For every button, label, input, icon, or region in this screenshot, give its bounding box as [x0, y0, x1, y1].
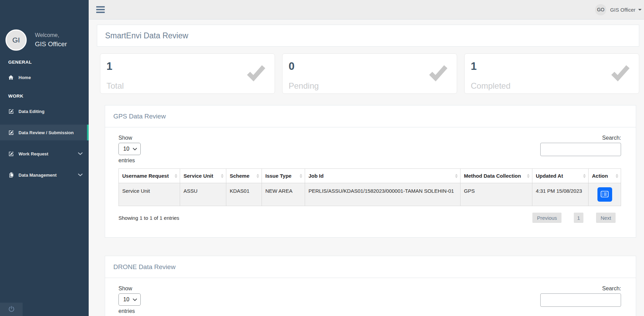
gps-data-table: Username Request Service Unit Scheme Iss… [118, 168, 621, 206]
drone-review-panel: DRONE Data Review Show 10 entries [105, 256, 636, 316]
column-header-issue-type[interactable]: Issue Type [262, 169, 305, 183]
page-size-select[interactable]: 10 [118, 293, 141, 306]
sort-icon [300, 174, 302, 178]
cell-updated-at: 4:31 PM 15/08/2023 [532, 183, 589, 206]
sidebar-item-label: Work Request [18, 151, 48, 156]
sidebar-item-label: Data Review / Submission [18, 130, 74, 135]
check-icon [428, 61, 449, 84]
chevron-down-icon [78, 174, 83, 176]
home-icon [8, 74, 14, 80]
page-size-select[interactable]: 10 [118, 143, 141, 155]
stat-card-pending: 0 Pending [282, 53, 457, 94]
sidebar-item-label: Home [18, 75, 31, 80]
sort-icon [616, 174, 618, 178]
cell-service-unit: ASSU [180, 183, 226, 206]
page-length-control: Show 10 entries [118, 286, 141, 314]
sidebar-item-label: Data Editing [18, 109, 45, 114]
cell-method: GPS [460, 183, 532, 206]
column-header-job-id[interactable]: Job Id [305, 169, 460, 183]
sort-icon [583, 174, 586, 178]
column-header-scheme[interactable]: Scheme [226, 169, 262, 183]
caret-down-icon [638, 9, 642, 11]
check-icon [610, 61, 631, 84]
sort-icon [527, 174, 530, 178]
top-navbar: GO GIS Officer [89, 0, 644, 20]
table-search-control: Search: [540, 286, 621, 314]
sort-icon [455, 174, 458, 178]
cell-job-id: PERLIS/ASSU/KDAS01/1582023/000001-TAMAN … [305, 183, 460, 206]
edit-icon [8, 151, 14, 157]
menu-toggle-button[interactable] [96, 3, 105, 16]
list-alt-icon [601, 191, 609, 199]
sidebar-item-home[interactable]: Home [0, 69, 89, 85]
column-header-username-request[interactable]: Username Request [119, 169, 180, 183]
pagination-previous-button[interactable]: Previous [532, 213, 561, 223]
table-search-control: Search: [540, 135, 621, 164]
chevron-down-icon [133, 299, 137, 301]
app-window: GI Welcome, GIS Officer GENERAL Home WOR… [0, 0, 644, 316]
chevron-down-icon [78, 152, 83, 155]
user-avatar: GO [595, 4, 606, 15]
column-header-service-unit[interactable]: Service Unit [180, 169, 226, 183]
sort-icon [256, 174, 259, 178]
avatar: GI [5, 29, 27, 51]
page-title-panel: SmartEnvi Data Review [97, 25, 639, 47]
stat-cards: 1 Total 0 Pending 1 Completed [100, 53, 639, 94]
search-label: Search: [602, 135, 621, 141]
pagination: Previous 1 Next [532, 213, 616, 223]
check-icon [245, 61, 267, 84]
sort-icon [175, 174, 177, 178]
page-length-control: Show 10 entries [118, 135, 141, 164]
menu-heading-work: WORK [8, 93, 89, 99]
cell-username-request: Service Unit [119, 183, 180, 206]
user-menu[interactable]: GO GIS Officer [595, 4, 642, 15]
gps-review-panel: GPS Data Review Show 10 entries [105, 105, 636, 238]
table-info: Showing 1 to 1 of 1 entries [118, 215, 179, 221]
pagination-page-button[interactable]: 1 [574, 213, 583, 223]
search-input[interactable] [540, 143, 621, 156]
cell-scheme: KDAS01 [226, 183, 262, 206]
profile-block: GI Welcome, GIS Officer [5, 29, 89, 51]
sidebar-menu: GENERAL Home WORK Data Editing Data Revi… [0, 60, 89, 183]
table-row: Service Unit ASSU KDAS01 NEW AREA PERLIS… [119, 183, 621, 206]
column-header-method-data-collection[interactable]: Method Data Collection [460, 169, 532, 183]
sidebar-item-data-management[interactable]: Data Management [0, 167, 89, 183]
action-button[interactable] [597, 187, 612, 202]
welcome-label: Welcome, [35, 32, 67, 38]
stat-card-completed: 1 Completed [464, 53, 639, 94]
sidebar-item-label: Data Management [18, 173, 56, 178]
logout-button[interactable] [8, 305, 15, 314]
cell-issue-type: NEW AREA [262, 183, 305, 206]
edit-icon [8, 130, 14, 136]
sidebar-user-name: GIS Officer [35, 40, 67, 48]
drone-panel-title: DRONE Data Review [113, 263, 176, 271]
page-content: SmartEnvi Data Review 1 Total 0 Pending [89, 20, 644, 316]
search-label: Search: [602, 286, 621, 292]
gps-panel-title: GPS Data Review [113, 113, 166, 120]
sidebar-footer [0, 303, 23, 316]
entries-label: entries [118, 308, 141, 314]
chevron-down-icon [133, 148, 137, 150]
power-icon [8, 305, 15, 314]
show-label: Show [118, 286, 141, 292]
sidebar-item-data-review-submission[interactable]: Data Review / Submission [0, 125, 89, 140]
sidebar-item-work-request[interactable]: Work Request [0, 146, 89, 162]
cell-action [589, 183, 621, 206]
search-input[interactable] [540, 293, 621, 307]
column-header-updated-at[interactable]: Updated At [532, 169, 589, 183]
page-title: SmartEnvi Data Review [105, 31, 188, 40]
pagination-next-button[interactable]: Next [596, 213, 616, 223]
column-header-action[interactable]: Action [589, 169, 621, 183]
main-area: GO GIS Officer SmartEnvi Data Review 1 T… [89, 0, 644, 316]
show-label: Show [118, 135, 141, 141]
sidebar-item-data-editing[interactable]: Data Editing [0, 103, 89, 119]
sort-icon [221, 174, 224, 178]
menu-heading-general: GENERAL [8, 60, 89, 65]
sidebar: GI Welcome, GIS Officer GENERAL Home WOR… [0, 0, 89, 316]
stat-card-total: 1 Total [100, 53, 275, 94]
entries-label: entries [118, 157, 141, 164]
edit-icon [8, 109, 14, 114]
user-menu-name: GIS Officer [610, 7, 635, 13]
copy-icon [8, 172, 14, 178]
